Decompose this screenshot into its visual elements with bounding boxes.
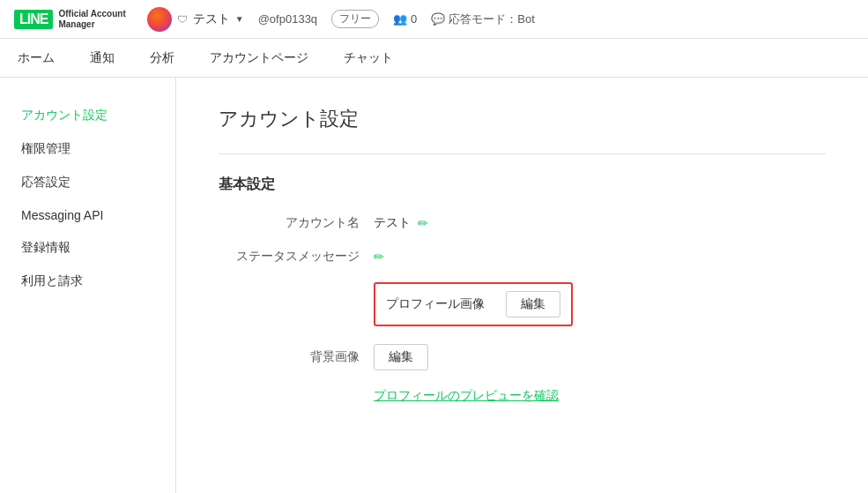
profile-image-edit-button[interactable]: 編集 — [506, 291, 560, 317]
sidebar-item-response-settings[interactable]: 応答設定 — [0, 166, 175, 199]
sidebar: アカウント設定 権限管理 応答設定 Messaging API 登録情報 利用と… — [0, 78, 176, 493]
account-name-label: アカウント名 — [219, 215, 360, 231]
status-message-label: ステータスメッセージ — [219, 249, 360, 265]
nav-item-home[interactable]: ホーム — [14, 39, 58, 78]
chat-icon: 💬 — [431, 12, 445, 26]
profile-image-label: プロフィール画像 — [386, 296, 485, 312]
sidebar-item-permissions[interactable]: 権限管理 — [0, 132, 175, 166]
account-name-value-group: テスト ✏ — [374, 215, 428, 231]
main-content: アカウント設定 基本設定 アカウント名 テスト ✏ ステータスメッセージ ✏ プ… — [176, 78, 868, 493]
account-name-edit-icon[interactable]: ✏ — [418, 216, 428, 230]
account-id: @ofp0133q — [258, 12, 317, 26]
nav-item-notifications[interactable]: 通知 — [86, 39, 118, 78]
dropdown-arrow-icon[interactable]: ▼ — [235, 14, 244, 24]
line-logo: LINE — [14, 10, 53, 29]
profile-image-row: プロフィール画像 編集 — [219, 282, 826, 326]
sidebar-item-messaging-api[interactable]: Messaging API — [0, 199, 175, 231]
shield-icon: 🛡 — [177, 13, 188, 26]
divider — [219, 153, 826, 154]
people-icon: 👥 — [393, 12, 407, 26]
nav-item-account-page[interactable]: アカウントページ — [206, 39, 312, 78]
navbar: ホーム 通知 分析 アカウントページ チャット — [0, 39, 868, 78]
sidebar-item-billing[interactable]: 利用と請求 — [0, 265, 175, 298]
account-name-row: アカウント名 テスト ✏ — [219, 215, 826, 231]
followers-count: 👥 0 — [393, 12, 417, 26]
status-message-value-group: ✏ — [374, 250, 384, 264]
account-info[interactable]: 🛡 テスト ▼ — [147, 7, 244, 32]
main-layout: アカウント設定 権限管理 応答設定 Messaging API 登録情報 利用と… — [0, 78, 868, 493]
bg-image-edit-button[interactable]: 編集 — [374, 344, 428, 370]
preview-link[interactable]: プロフィールのプレビューを確認 — [374, 388, 559, 402]
response-mode: 💬 応答モード：Bot — [431, 11, 535, 27]
avatar — [147, 7, 172, 32]
plan-badge: フリー — [331, 10, 379, 28]
section-title: 基本設定 — [219, 176, 826, 194]
status-message-row: ステータスメッセージ ✏ — [219, 249, 826, 265]
logo-subtitle: Official Account Manager — [58, 9, 125, 30]
preview-link-wrapper: プロフィールのプレビューを確認 — [219, 388, 826, 404]
nav-item-analytics[interactable]: 分析 — [146, 39, 178, 78]
bg-image-label: 背景画像 — [219, 349, 360, 365]
account-name: テスト — [193, 11, 230, 27]
sidebar-item-account-settings[interactable]: アカウント設定 — [0, 99, 175, 132]
header: LINE Official Account Manager 🛡 テスト ▼ @o… — [0, 0, 868, 39]
status-message-edit-icon[interactable]: ✏ — [374, 250, 384, 264]
profile-image-box: プロフィール画像 編集 — [374, 282, 573, 326]
logo: LINE Official Account Manager — [14, 9, 126, 30]
page-title: アカウント設定 — [219, 106, 826, 132]
bg-image-row: 背景画像 編集 — [219, 344, 826, 370]
nav-item-chat[interactable]: チャット — [340, 39, 397, 78]
account-name-value: テスト — [374, 215, 411, 231]
sidebar-item-registration[interactable]: 登録情報 — [0, 231, 175, 265]
